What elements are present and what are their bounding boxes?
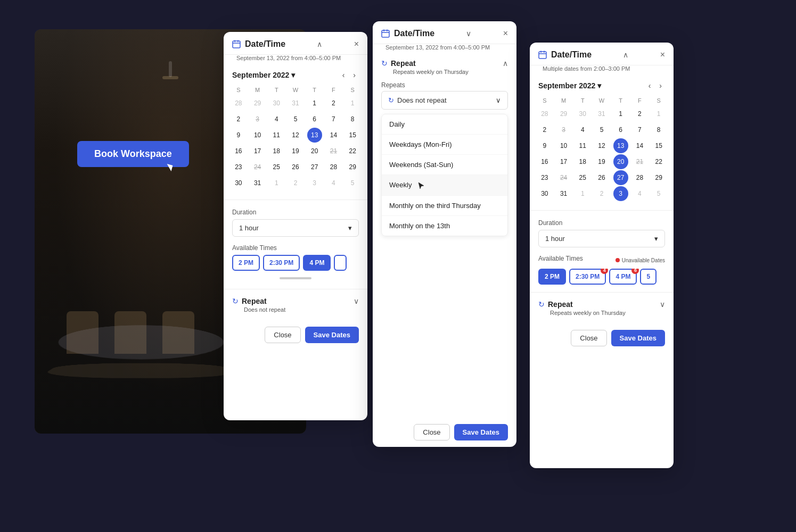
cal-cell[interactable]: 7 [326, 112, 341, 127]
cal-cell[interactable]: 15 [345, 128, 360, 143]
panel1-close-button[interactable]: × [354, 40, 359, 48]
cal-cell[interactable]: 31 [250, 176, 265, 190]
panel3-collapse-button[interactable]: ∧ [623, 51, 628, 59]
cal-cell[interactable]: 31 [556, 186, 571, 201]
cal-cell[interactable]: 26 [594, 170, 609, 185]
panel1-month-select[interactable]: September 2022 ▾ [232, 71, 295, 79]
dropdown-item-monthly-13th[interactable]: Monthly on the 13th [382, 216, 507, 236]
cal-cell-selected-20[interactable]: 20 [613, 154, 628, 169]
cal-cell[interactable]: 9 [231, 128, 246, 143]
cal-cell[interactable]: 10 [556, 138, 571, 153]
time-chip-230pm[interactable]: 2:30 PM 4 [569, 269, 606, 285]
cal-cell[interactable]: 1 [575, 186, 590, 201]
panel3-next-month[interactable]: › [656, 80, 665, 91]
cal-cell[interactable]: 6 [307, 112, 322, 127]
time-chip-2pm[interactable]: 2 PM [538, 269, 566, 285]
cal-cell[interactable]: 18 [269, 144, 284, 159]
time-chip-extra[interactable] [334, 255, 347, 271]
cal-cell[interactable]: 1 [307, 96, 322, 111]
cal-cell[interactable]: 3 [556, 122, 571, 137]
cal-cell[interactable]: 11 [269, 128, 284, 143]
cal-cell[interactable]: 2 [288, 176, 303, 190]
cal-cell[interactable]: 30 [231, 176, 246, 190]
cal-cell[interactable]: 29 [556, 106, 571, 121]
panel2-close-button[interactable]: × [503, 29, 508, 38]
cal-cell[interactable]: 29 [345, 160, 360, 174]
dropdown-item-weekdays[interactable]: Weekdays (Mon-Fri) [382, 135, 507, 155]
cal-cell[interactable]: 2 [594, 186, 609, 201]
panel1-duration-select[interactable]: 1 hour ▾ [232, 219, 359, 237]
cal-cell[interactable]: 31 [594, 106, 609, 121]
time-chip-230pm[interactable]: 2:30 PM [263, 255, 300, 271]
cal-cell[interactable]: 6 [613, 122, 628, 137]
cal-cell[interactable]: 19 [594, 154, 609, 169]
cal-cell[interactable]: 5 [345, 176, 360, 190]
cal-cell[interactable]: 4 [575, 122, 590, 137]
cal-cell-selected-27[interactable]: 27 [613, 170, 628, 185]
cal-cell[interactable]: 14 [326, 128, 341, 143]
cal-cell[interactable]: 29 [651, 170, 666, 185]
panel1-prev-month[interactable]: ‹ [339, 70, 348, 80]
cal-cell[interactable]: 28 [632, 170, 647, 185]
panel3-month-select[interactable]: September 2022 ▾ [538, 81, 601, 90]
cal-cell[interactable]: 30 [575, 106, 590, 121]
cal-cell[interactable]: 5 [594, 122, 609, 137]
cal-cell[interactable]: 7 [632, 122, 647, 137]
cal-cell[interactable]: 5 [651, 186, 666, 201]
panel1-close-btn[interactable]: Close [265, 327, 300, 343]
panel2-repeat-chevron[interactable]: ∧ [503, 59, 508, 68]
cal-cell[interactable]: 2 [537, 122, 552, 137]
cal-cell[interactable]: 11 [575, 138, 590, 153]
panel1-next-month[interactable]: › [350, 70, 359, 80]
panel2-save-btn[interactable]: Save Dates [454, 424, 508, 440]
cal-cell[interactable]: 19 [288, 144, 303, 159]
time-chip-4pm[interactable]: 4 PM [303, 255, 331, 271]
time-chip-4pm[interactable]: 4 PM 6 [609, 269, 637, 285]
cal-cell[interactable]: 24 [250, 160, 265, 174]
cal-cell-selected-13[interactable]: 13 [613, 138, 628, 153]
cal-cell[interactable]: 31 [288, 96, 303, 111]
panel3-prev-month[interactable]: ‹ [645, 80, 654, 91]
dropdown-item-monthly-thursday[interactable]: Monthly on the third Thursday [382, 196, 507, 216]
panel1-save-btn[interactable]: Save Dates [305, 327, 359, 343]
panel3-close-button[interactable]: × [660, 51, 665, 59]
dropdown-item-weekends[interactable]: Weekends (Sat-Sun) [382, 155, 507, 175]
panel1-collapse-button[interactable]: ∧ [317, 40, 322, 48]
cal-cell[interactable]: 4 [269, 112, 284, 127]
cal-cell[interactable]: 26 [288, 160, 303, 174]
cal-cell[interactable]: 3 [250, 112, 265, 127]
cal-cell[interactable]: 18 [575, 154, 590, 169]
panel2-close-btn[interactable]: Close [414, 424, 449, 440]
cal-cell[interactable]: 24 [556, 170, 571, 185]
cal-cell[interactable]: 30 [537, 186, 552, 201]
cal-cell[interactable]: 2 [231, 112, 246, 127]
cal-cell[interactable]: 21 [632, 154, 647, 169]
cal-cell[interactable]: 27 [307, 160, 322, 174]
cal-cell[interactable]: 20 [307, 144, 322, 159]
cal-cell[interactable]: 23 [231, 160, 246, 174]
panel3-duration-select[interactable]: 1 hour ▾ [538, 230, 665, 247]
cal-cell[interactable]: 12 [288, 128, 303, 143]
cal-cell[interactable]: 15 [651, 138, 666, 153]
time-chip-2pm[interactable]: 2 PM [232, 255, 260, 271]
cal-cell[interactable]: 1 [345, 96, 360, 111]
panel3-close-btn[interactable]: Close [571, 330, 606, 346]
cal-cell[interactable]: 4 [326, 176, 341, 190]
cal-cell[interactable]: 23 [537, 170, 552, 185]
panel2-collapse-button[interactable]: ∨ [466, 29, 471, 38]
cal-cell[interactable]: 21 [326, 144, 341, 159]
cal-cell[interactable]: 12 [594, 138, 609, 153]
cal-cell[interactable]: 2 [632, 106, 647, 121]
cal-cell[interactable]: 4 [632, 186, 647, 201]
cal-cell-selected-3[interactable]: 3 [613, 186, 628, 201]
cal-cell[interactable]: 30 [269, 96, 284, 111]
cal-cell[interactable]: 22 [345, 144, 360, 159]
cal-cell[interactable]: 28 [326, 160, 341, 174]
cal-cell[interactable]: 8 [345, 112, 360, 127]
dropdown-item-weekly[interactable]: Weekly [382, 175, 507, 196]
cal-cell[interactable]: 22 [651, 154, 666, 169]
cal-cell[interactable]: 14 [632, 138, 647, 153]
cal-cell[interactable]: 1 [269, 176, 284, 190]
cal-cell[interactable]: 17 [250, 144, 265, 159]
cal-cell[interactable]: 25 [269, 160, 284, 174]
